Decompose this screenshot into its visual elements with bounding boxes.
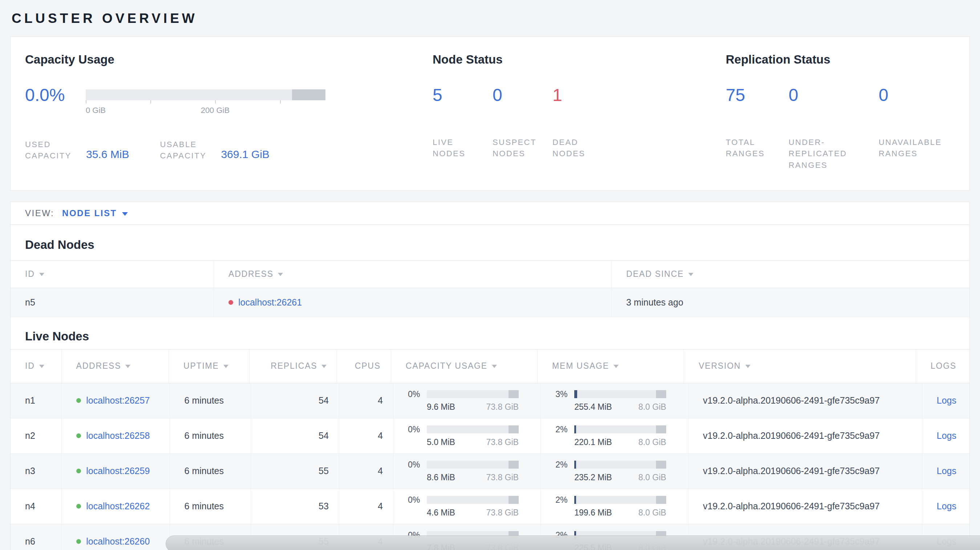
dead-header-dead-since[interactable]: DEAD SINCE [612,261,969,288]
capacity-bar-block: 0 GiB 200 GiB [86,85,325,117]
dead-header-id[interactable]: ID [11,261,214,288]
live-header-mem-usage[interactable]: MEM USAGE [538,350,684,383]
dead-nodes-label: DEAD NODES [552,137,607,159]
live-status-icon [76,504,81,509]
capacity-percent-text: 0% [408,495,427,505]
node-cpus: 4 [339,383,393,418]
live-status-icon [76,469,81,473]
capacity-total-value: 73.8 GiB [486,437,519,447]
dead-nodes-count: 1 [552,85,607,105]
used-capacity-stat: USED CAPACITY 35.6 MiB [25,139,129,161]
node-replicas: 54 [251,418,339,453]
node-status-title: Node Status [433,52,726,67]
node-id: n2 [11,418,62,453]
node-capacity-usage: 0% 4.6 MiB 73.8 GiB [393,489,541,524]
dead-nodes-section-title: Dead Nodes [11,225,969,261]
suspect-nodes-count: 0 [493,85,547,105]
capacity-axis: 0 GiB 200 GiB [86,100,325,117]
node-cpus: 4 [339,418,393,453]
total-ranges-stat: 75 TOTAL RANGES [726,85,782,171]
node-version: v19.2.0-alpha.20190606-2491-gfe735c9a97 [688,489,922,524]
under-replicated-ranges-label: UNDER-REPLICATED RANGES [789,137,872,171]
node-mem-usage: 2% 235.2 MiB 8.0 GiB [541,454,688,489]
node-id: n3 [11,454,62,489]
usable-capacity-label: USABLE CAPACITY [160,139,211,161]
live-header-uptime[interactable]: UPTIME [169,350,250,383]
axis-tick [86,100,86,103]
live-nodes-section-title: Live Nodes [11,317,969,349]
capacity-chart: 0.0% 0 GiB 200 GiB [25,85,433,117]
under-replicated-ranges-count: 0 [789,85,872,105]
view-selector-dropdown[interactable]: NODE LIST [62,208,128,218]
node-logs-link[interactable]: Logs [937,395,956,406]
capacity-usage-title: Capacity Usage [25,52,433,67]
sort-arrow-icon [278,273,283,276]
nodes-tables-card: Dead Nodes ID ADDRESS DEAD SINCE n5 loca… [10,225,970,550]
page-title: CLUSTER OVERVIEW [10,6,970,37]
dead-node-row: n5 localhost:26261 3 minutes ago [11,288,969,317]
mem-total-value: 8.0 GiB [638,402,666,412]
live-header-address[interactable]: ADDRESS [62,350,169,383]
node-logs-link[interactable]: Logs [937,501,956,512]
dead-status-icon [229,300,233,305]
node-replicas: 55 [251,454,339,489]
node-address-cell: localhost:26262 [62,489,170,524]
sort-arrow-icon [321,365,326,368]
column-label: LOGS [931,361,956,371]
sort-arrow-icon [39,365,44,368]
node-address-link[interactable]: localhost:26260 [86,536,150,547]
live-header-logs: LOGS [916,350,969,383]
total-ranges-label: TOTAL RANGES [726,137,782,159]
node-mem-usage: 3% 255.4 MiB 8.0 GiB [541,383,688,418]
mem-used-value: 220.1 MiB [574,437,612,447]
node-address-link[interactable]: localhost:26258 [86,431,150,441]
replication-status-title: Replication Status [726,52,955,67]
live-header-version[interactable]: VERSION [684,350,916,383]
live-header-id[interactable]: ID [11,350,62,383]
live-header-capacity-usage[interactable]: CAPACITY USAGE [391,350,538,383]
dead-node-id: n5 [11,288,214,317]
node-capacity-usage: 0% 9.6 MiB 73.8 GiB [393,383,541,418]
dead-header-address[interactable]: ADDRESS [214,261,612,288]
node-logs-link[interactable]: Logs [937,466,956,476]
live-header-replicas[interactable]: REPLICAS [250,350,337,383]
node-capacity-usage: 0% 5.0 MiB 73.8 GiB [393,418,541,453]
mem-usage-bar [574,496,666,504]
sort-arrow-icon [745,365,751,368]
node-id: n1 [11,383,62,418]
capacity-usage-bar [427,496,519,504]
node-address-link[interactable]: localhost:26259 [86,466,150,476]
capacity-total-value: 73.8 GiB [486,402,519,412]
column-label: ADDRESS [229,269,274,279]
live-node-row: n3 localhost:26259 6 minutes 55 4 0% 8.6… [11,454,969,489]
column-label: VERSION [698,361,741,371]
node-address-link[interactable]: localhost:26257 [86,395,150,406]
usable-capacity-stat: USABLE CAPACITY 369.1 GiB [160,139,269,161]
column-label: UPTIME [183,361,219,371]
node-address-cell: localhost:26259 [62,454,170,489]
mem-used-value: 255.4 MiB [574,402,612,412]
mem-usage-bar [574,425,666,433]
node-address-link[interactable]: localhost:26262 [86,501,150,512]
capacity-usage-bar [427,461,519,469]
dead-node-address-link[interactable]: localhost:26261 [238,297,302,308]
column-label: ID [25,269,35,279]
under-replicated-ranges-stat: 0 UNDER-REPLICATED RANGES [789,85,872,171]
view-bar: VIEW: NODE LIST [10,202,970,225]
node-status-stats: 5 LIVE NODES 0 SUSPECT NODES 1 DEAD NODE… [433,85,726,159]
node-replicas: 53 [251,489,339,524]
node-cpus: 4 [339,454,393,489]
node-version: v19.2.0-alpha.20190606-2491-gfe735c9a97 [688,418,922,453]
axis-tick [280,100,281,103]
live-node-row: n2 localhost:26258 6 minutes 54 4 0% 5.0… [11,418,969,454]
live-status-icon [76,433,81,438]
horizontal-scrollbar[interactable] [165,536,980,550]
unavailable-ranges-stat: 0 UNAVAILABLE RANGES [879,85,955,171]
capacity-used-value: 4.6 MiB [427,508,455,518]
node-logs-link[interactable]: Logs [937,431,956,441]
live-status-icon [76,398,81,403]
column-label: ADDRESS [76,361,121,371]
capacity-used-value: 5.0 MiB [427,437,455,447]
mem-percent-text: 2% [555,460,574,470]
used-capacity-value: 35.6 MiB [86,148,129,161]
